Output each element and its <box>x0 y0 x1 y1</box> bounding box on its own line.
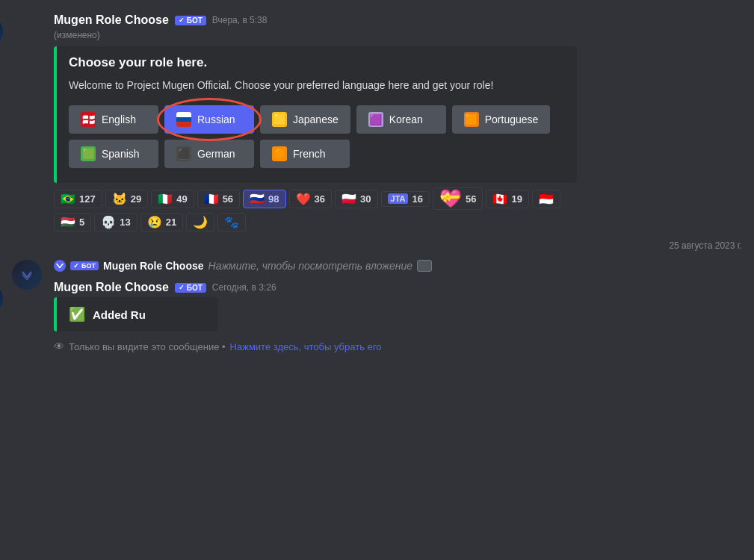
reaction-moon-emoji: 🌙 <box>193 215 208 229</box>
btn-russian-container: Russian <box>164 105 254 134</box>
message-preview-row: ✓ БОТ Mugen Role Choose Нажмите, чтобы п… <box>0 257 754 275</box>
date-separator: 25 августа 2023 г. <box>0 234 754 257</box>
flag-ko: 🟪 <box>368 112 383 127</box>
reaction-hu[interactable]: 🇭🇺 5 <box>54 213 91 231</box>
reaction-jta[interactable]: JTA 16 <box>381 191 430 207</box>
btn-korean-label: Korean <box>389 113 423 125</box>
reaction-skull[interactable]: 💀 13 <box>94 213 137 231</box>
privacy-link[interactable]: Нажмите здесь, чтобы убрать его <box>230 341 382 352</box>
message-2-row: Mugen Role Choose ✓ БОТ Сегодня, в 3:26 … <box>0 279 754 354</box>
btn-japanese[interactable]: 🟨 Japanese <box>260 105 350 134</box>
btn-french-label: French <box>293 148 326 160</box>
reaction-heart-count: 36 <box>315 193 325 205</box>
preview-content: ✓ БОТ Mugen Role Choose Нажмите, чтобы п… <box>54 260 742 272</box>
preview-username: Mugen Role Choose <box>103 260 204 272</box>
reaction-pl-emoji: 🇵🇱 <box>342 192 356 206</box>
embed-description: Welcome to Project Mugen Official. Choos… <box>69 78 565 93</box>
reaction-hu-count: 5 <box>79 217 84 228</box>
reaction-fr-count: 56 <box>223 193 233 205</box>
date-separator-text: 25 августа 2023 г. <box>669 240 742 251</box>
btn-portuguese[interactable]: 🟧 Portuguese <box>452 105 551 134</box>
btn-spanish-label: Spanish <box>102 148 140 160</box>
timestamp-msg1: Вчера, в 5:38 <box>212 15 268 25</box>
reaction-skull-emoji: 💀 <box>101 215 116 229</box>
reaction-heart2-count: 56 <box>466 193 476 205</box>
btn-spanish[interactable]: 🟩 Spanish <box>69 140 158 168</box>
edited-label: (изменено) <box>54 30 742 40</box>
reaction-moon[interactable]: 🌙 <box>186 213 214 231</box>
flag-pt: 🟧 <box>464 112 479 127</box>
privacy-text: Только вы видите это сообщение • <box>69 341 226 352</box>
reaction-cry-emoji: 😢 <box>147 215 162 229</box>
eye-icon: 👁 <box>54 340 64 352</box>
bot-badge-msg2: ✓ БОТ <box>175 283 206 293</box>
flag-es: 🟩 <box>81 146 96 161</box>
reaction-ca[interactable]: 🇨🇦 19 <box>486 190 528 208</box>
reaction-cry[interactable]: 😢 21 <box>140 213 183 231</box>
added-text: Added Ru <box>93 308 146 321</box>
preview-bot-badge: ✓ БОТ <box>70 261 99 270</box>
privacy-notice: 👁 Только вы видите это сообщение • Нажми… <box>54 340 742 352</box>
reaction-jta-count: 16 <box>412 193 422 205</box>
reaction-br-count: 127 <box>79 193 96 205</box>
username-msg2: Mugen Role Choose <box>54 281 169 294</box>
buttons-row-2: 🟩 Spanish ⬛ German 🟠 French <box>69 140 565 168</box>
reaction-it[interactable]: 🇮🇹 49 <box>151 190 194 208</box>
btn-german-label: German <box>197 148 235 160</box>
reaction-id-emoji: 🇮🇩 <box>539 192 554 206</box>
reaction-br[interactable]: 🇧🇷 127 <box>54 190 102 208</box>
reaction-skull-count: 13 <box>120 217 130 228</box>
reaction-paw-emoji: 🐾 <box>224 215 239 229</box>
reaction-heart[interactable]: ❤️ 36 <box>289 190 332 208</box>
flag-ja: 🟨 <box>272 112 287 127</box>
attachment-icon <box>417 260 432 272</box>
btn-japanese-label: Japanese <box>293 113 339 125</box>
role-embed: Choose your role here. Welcome to Projec… <box>54 46 577 183</box>
timestamp-msg2: Сегодня, в 3:26 <box>212 282 276 293</box>
lang-code: Ru <box>131 308 146 321</box>
reaction-pl-count: 30 <box>360 193 371 205</box>
msg2-content: Mugen Role Choose ✓ БОТ Сегодня, в 3:26 … <box>54 281 742 352</box>
flag-en: 🏴󠁧󠁢󠁥󠁮󠁧󠁿 <box>81 112 96 127</box>
btn-korean[interactable]: 🟪 Korean <box>356 105 446 134</box>
chevron-icon <box>54 260 66 272</box>
added-embed: ✅ Added Ru <box>54 297 218 332</box>
reaction-special-emoji: 💝 <box>439 190 462 208</box>
reaction-ca-emoji: 🇨🇦 <box>492 192 507 206</box>
btn-english[interactable]: 🏴󠁧󠁢󠁥󠁮󠁧󠁿 English <box>69 105 158 134</box>
flag-ru <box>176 112 191 127</box>
reaction-ca-count: 19 <box>511 193 522 205</box>
reaction-cat[interactable]: 🐱 29 <box>105 190 148 208</box>
check-icon: ✅ <box>69 306 85 323</box>
reaction-heart2[interactable]: 💝 56 <box>433 187 483 210</box>
btn-russian[interactable]: Russian <box>164 105 254 134</box>
btn-russian-label: Russian <box>197 113 235 125</box>
reaction-cat-count: 29 <box>131 193 141 205</box>
buttons-row-1: 🏴󠁧󠁢󠁥󠁮󠁧󠁿 English Russian 🟨 Japanese <box>69 105 565 134</box>
btn-portuguese-label: Portuguese <box>485 113 539 125</box>
reaction-cry-count: 21 <box>166 217 176 228</box>
svg-point-1 <box>54 260 66 272</box>
reaction-heart-emoji: ❤️ <box>296 192 311 206</box>
reaction-pl[interactable]: 🇵🇱 30 <box>335 190 377 208</box>
reaction-fr-emoji: 🇫🇷 <box>204 192 219 206</box>
reactions-row-2: 🇭🇺 5 💀 13 😢 21 🌙 🐾 <box>54 213 742 231</box>
reaction-fr[interactable]: 🇫🇷 56 <box>197 190 240 208</box>
reaction-ru-count: 98 <box>268 193 279 205</box>
btn-german[interactable]: ⬛ German <box>164 140 254 168</box>
btn-french[interactable]: 🟠 French <box>260 140 350 168</box>
reaction-ru-emoji: 🇷🇺 <box>250 192 265 206</box>
reaction-br-emoji: 🇧🇷 <box>61 192 75 206</box>
preview-text: Нажмите, чтобы посмотреть вложение <box>208 260 412 272</box>
reaction-jta-text: JTA <box>388 193 409 204</box>
reaction-it-count: 49 <box>176 193 187 205</box>
reaction-it-emoji: 🇮🇹 <box>158 192 173 206</box>
reaction-id[interactable]: 🇮🇩 <box>532 190 560 208</box>
reaction-ru[interactable]: 🇷🇺 98 <box>243 190 285 208</box>
reactions-row-1: 🇧🇷 127 🐱 29 🇮🇹 49 🇫🇷 56 🇷🇺 98 <box>54 187 742 210</box>
flag-fr: 🟠 <box>272 146 287 161</box>
flag-de: ⬛ <box>176 146 191 161</box>
reaction-paw[interactable]: 🐾 <box>217 213 246 231</box>
username-msg1: Mugen Role Choose <box>54 13 169 27</box>
embed-title: Choose your role here. <box>69 55 565 70</box>
